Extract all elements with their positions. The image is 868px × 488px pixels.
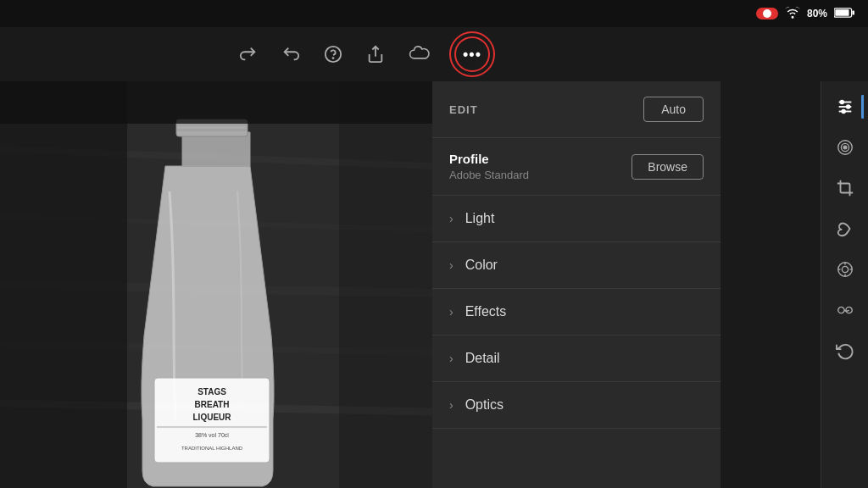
svg-rect-22 xyxy=(0,81,127,488)
photo-area: STAGS BREATH LIQUEUR 38% vol 70cl TRADIT… xyxy=(0,81,432,488)
profile-title: Profile xyxy=(449,152,529,166)
svg-text:TRADITIONAL HIGHLAND: TRADITIONAL HIGHLAND xyxy=(181,446,243,451)
effects-chevron-icon: › xyxy=(449,305,453,319)
optics-label: Optics xyxy=(465,397,504,413)
svg-text:STAGS: STAGS xyxy=(198,387,226,396)
svg-rect-1 xyxy=(852,10,854,14)
detail-label: Detail xyxy=(465,351,500,366)
light-chevron-icon: › xyxy=(449,212,453,225)
selective-sidebar-icon[interactable] xyxy=(826,291,864,329)
svg-rect-23 xyxy=(339,81,432,488)
wifi-icon xyxy=(785,7,800,21)
brush-sidebar-icon[interactable] xyxy=(826,210,864,247)
help-icon[interactable] xyxy=(324,45,342,64)
battery-icon xyxy=(834,7,854,21)
detail-chevron-icon: › xyxy=(449,352,453,365)
right-sidebar xyxy=(821,81,868,488)
crop-sidebar-icon[interactable] xyxy=(826,169,864,207)
cloud-icon[interactable] xyxy=(409,45,431,64)
svg-point-41 xyxy=(845,307,851,313)
svg-rect-13 xyxy=(176,124,248,126)
edit-label: EDIT xyxy=(449,103,478,116)
effects-label: Effects xyxy=(465,304,507,319)
effects-menu-item[interactable]: › Effects xyxy=(432,289,721,336)
status-bar: 80% xyxy=(0,0,868,27)
record-dot xyxy=(763,9,771,18)
sliders-sidebar-icon[interactable] xyxy=(826,88,864,125)
healing-sidebar-icon[interactable] xyxy=(826,129,864,166)
edit-header: EDIT Auto xyxy=(432,81,721,138)
svg-rect-24 xyxy=(0,81,432,124)
edit-panel: EDIT Auto Profile Adobe Standard Browse … xyxy=(432,81,721,488)
svg-text:38% vol 70cl: 38% vol 70cl xyxy=(195,432,229,438)
color-menu-item[interactable]: › Color xyxy=(432,242,721,289)
svg-rect-14 xyxy=(176,129,248,131)
share-icon[interactable] xyxy=(366,45,385,64)
color-chevron-icon: › xyxy=(449,258,453,272)
profile-subtitle: Adobe Standard xyxy=(449,169,529,181)
toolbar: ••• xyxy=(0,27,729,81)
profile-info: Profile Adobe Standard xyxy=(449,152,529,181)
color-label: Color xyxy=(465,258,498,273)
record-indicator xyxy=(756,8,778,19)
optics-chevron-icon: › xyxy=(449,398,453,412)
svg-rect-2 xyxy=(835,9,849,16)
svg-point-40 xyxy=(837,307,843,313)
battery-percent: 80% xyxy=(807,8,827,19)
svg-point-35 xyxy=(842,266,848,272)
details-sidebar-icon[interactable] xyxy=(826,251,864,288)
svg-point-28 xyxy=(840,101,843,104)
detail-menu-item[interactable]: › Detail xyxy=(432,336,721,382)
more-icon[interactable]: ••• xyxy=(454,36,490,72)
svg-text:LIQUEUR: LIQUEUR xyxy=(193,413,232,422)
auto-button[interactable]: Auto xyxy=(643,97,704,122)
svg-point-30 xyxy=(842,110,845,114)
redo-icon[interactable] xyxy=(239,45,258,64)
svg-text:BREATH: BREATH xyxy=(195,400,230,409)
light-menu-item[interactable]: › Light xyxy=(432,196,721,242)
optics-menu-item[interactable]: › Optics xyxy=(432,382,721,429)
svg-point-29 xyxy=(846,105,849,108)
profile-section: Profile Adobe Standard Browse xyxy=(432,138,721,196)
browse-button[interactable]: Browse xyxy=(632,154,704,180)
svg-point-33 xyxy=(843,146,847,149)
history-sidebar-icon[interactable] xyxy=(826,332,864,369)
undo-icon[interactable] xyxy=(281,45,300,64)
light-label: Light xyxy=(465,211,495,226)
